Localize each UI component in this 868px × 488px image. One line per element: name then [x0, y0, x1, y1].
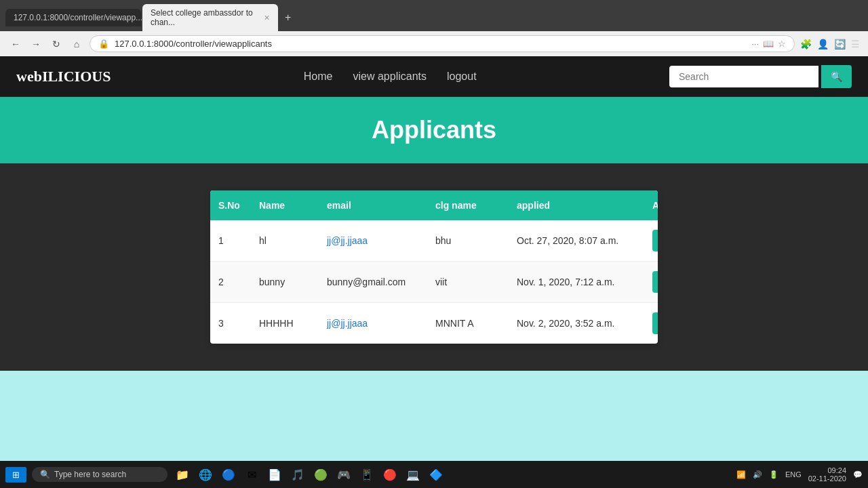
menu-icon[interactable]: ☰: [851, 39, 860, 49]
tab-2-close[interactable]: ✕: [264, 14, 270, 22]
address-bar: ← → ↻ ⌂ 🔒 127.0.0.1:8000/controller/view…: [0, 31, 868, 56]
url-text: 127.0.0.1:8000/controller/viewapplicants: [115, 39, 746, 49]
reload-button[interactable]: ↻: [49, 37, 64, 52]
nav-logout[interactable]: logout: [447, 70, 477, 83]
view-button-3[interactable]: View: [652, 312, 658, 334]
url-bar[interactable]: 🔒 127.0.0.1:8000/controller/viewapplican…: [90, 35, 795, 52]
cell-clg-1: bhu: [427, 226, 509, 256]
cell-clg-2: viit: [427, 267, 509, 297]
url-icons: ··· 📖 ☆: [751, 39, 786, 49]
view-button-1[interactable]: View: [652, 230, 658, 251]
table-row: 3 HHHHH jj@jj.jjaaa MNNIT A Nov. 2, 2020…: [210, 303, 658, 344]
cell-email-1: jj@jj.jjaaa: [319, 226, 427, 256]
tab-2-title: Select college ambassdor to chan...: [151, 8, 257, 27]
cell-clg-3: MNNIT A: [427, 308, 509, 338]
forward-button[interactable]: →: [28, 37, 43, 52]
new-tab-button[interactable]: +: [279, 9, 296, 26]
cell-sno-1: 1: [210, 226, 251, 256]
col-name: Name: [251, 190, 319, 220]
nav-brand: webILICIOUS: [16, 68, 111, 85]
cell-applied-2: Nov. 1, 2020, 7:12 a.m.: [509, 267, 644, 297]
col-sno: S.No: [210, 190, 251, 220]
col-applied: applied: [509, 190, 644, 220]
navbar: webILICIOUS Home view applicants logout …: [0, 56, 868, 97]
cell-email-3: jj@jj.jjaaa: [319, 308, 427, 338]
cell-applied-3: Nov. 2, 2020, 3:52 a.m.: [509, 308, 644, 338]
nav-search: 🔍: [669, 65, 852, 88]
table-row: 1 hl jj@jj.jjaaa bhu Oct. 27, 2020, 8:07…: [210, 220, 658, 262]
search-button[interactable]: 🔍: [821, 65, 852, 88]
extensions-icon[interactable]: 🧩: [800, 39, 812, 49]
browser-actions: 🧩 👤 🔄 ☰: [800, 39, 860, 49]
table-header: S.No Name email clg name applied Actions: [210, 190, 658, 220]
nav-view-applicants[interactable]: view applicants: [353, 70, 427, 83]
tab-1-title: 127.0.0.1:8000/controller/viewapp...: [14, 13, 142, 22]
page-title: Applicants: [19, 116, 849, 144]
cell-name-1: hl: [251, 226, 319, 256]
profile-icon[interactable]: 👤: [817, 39, 829, 49]
reader-icon: 📖: [763, 39, 774, 49]
bookmark-icon: ···: [751, 39, 759, 49]
view-button-2[interactable]: View: [652, 271, 658, 293]
tab-bar: 127.0.0.1:8000/controller/viewapp... ✕ S…: [0, 0, 868, 31]
nav-links: Home view applicants logout: [304, 70, 477, 83]
cell-action-1: View: [644, 220, 658, 261]
cell-sno-2: 2: [210, 267, 251, 297]
cell-applied-1: Oct. 27, 2020, 8:07 a.m.: [509, 226, 644, 256]
cell-email-2: bunny@gmail.com: [319, 267, 427, 297]
cell-sno-3: 3: [210, 308, 251, 338]
search-input[interactable]: [669, 66, 818, 87]
main-content: S.No Name email clg name applied Actions…: [0, 163, 868, 371]
applicants-table: S.No Name email clg name applied Actions…: [210, 190, 658, 344]
col-email: email: [319, 190, 427, 220]
col-clg: clg name: [427, 190, 509, 220]
cell-action-3: View: [644, 303, 658, 344]
star-icon: ☆: [778, 39, 786, 49]
security-icon: 🔒: [98, 39, 109, 49]
cell-name-3: HHHHH: [251, 308, 319, 338]
cell-action-2: View: [644, 262, 658, 302]
tab-1[interactable]: 127.0.0.1:8000/controller/viewapp... ✕: [5, 9, 141, 26]
home-button[interactable]: ⌂: [69, 37, 84, 52]
table-row: 2 bunny bunny@gmail.com viit Nov. 1, 202…: [210, 262, 658, 303]
back-button[interactable]: ←: [8, 37, 23, 52]
nav-home[interactable]: Home: [304, 70, 333, 83]
tab-2[interactable]: Select college ambassdor to chan... ✕: [142, 4, 278, 31]
cell-name-2: bunny: [251, 267, 319, 297]
page-header: Applicants: [0, 97, 868, 163]
browser-window: 127.0.0.1:8000/controller/viewapp... ✕ S…: [0, 0, 868, 371]
col-actions: Actions: [644, 190, 658, 220]
sync-icon[interactable]: 🔄: [834, 39, 846, 49]
search-icon: 🔍: [831, 71, 842, 82]
